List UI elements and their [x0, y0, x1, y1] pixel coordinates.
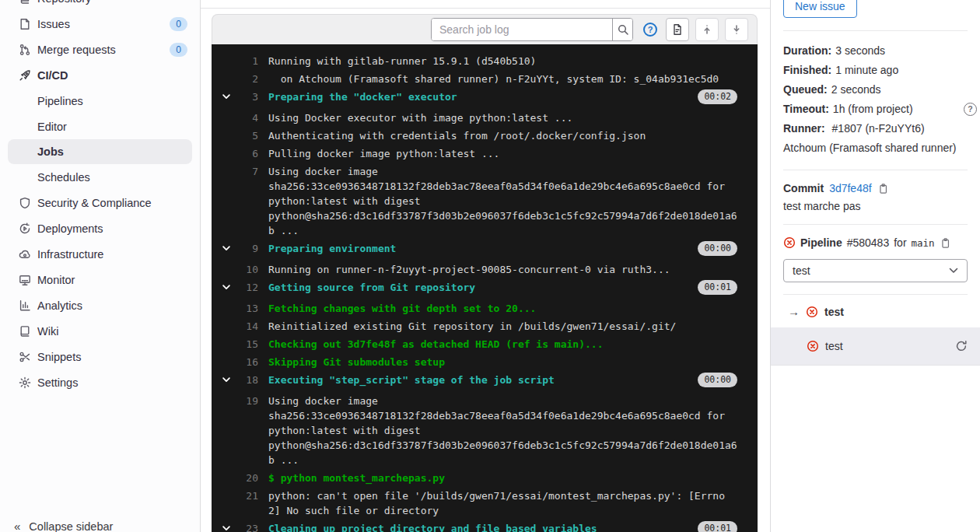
scroll-down-icon [730, 23, 743, 36]
log-line-number[interactable]: 1 [235, 54, 258, 68]
stage-dropdown-value: test [793, 264, 810, 277]
log-line: 19Using docker image sha256:33ce09363487… [221, 394, 737, 467]
sidebar-item-editor[interactable]: Editor [0, 114, 200, 139]
chevron-down-icon[interactable] [221, 241, 235, 256]
log-line-number[interactable]: 9 [235, 241, 258, 256]
log-line-number[interactable]: 10 [235, 262, 258, 277]
log-line: 13Fetching changes with git depth set to… [221, 301, 737, 316]
arrow-right-icon: → [788, 305, 800, 318]
chevron-down-icon[interactable] [221, 521, 235, 532]
log-line: 16Skipping Git submodules setup [221, 355, 737, 369]
log-line-number[interactable]: 15 [235, 337, 258, 352]
log-line-number[interactable]: 14 [235, 319, 258, 334]
collapse-sidebar-button[interactable]: « Collapse sidebar [0, 520, 200, 532]
issues-icon [19, 18, 31, 30]
sidebar-item-schedules[interactable]: Schedules [0, 164, 200, 190]
search-button[interactable] [612, 19, 632, 40]
chevron-spacer [221, 262, 235, 277]
job-log-search [431, 18, 633, 41]
sidebar-item-security-compliance[interactable]: Security & Compliance [0, 190, 200, 215]
timeout-label: Timeout: [783, 100, 829, 119]
log-line-text: on Atchoum (Framasoft shared runner) n-F… [268, 72, 737, 86]
log-line-text: Running with gitlab-runner 15.9.1 (d540b… [268, 54, 737, 68]
chevron-down-icon[interactable] [221, 373, 235, 387]
log-line-number[interactable]: 13 [235, 301, 258, 316]
sidebar-item-jobs[interactable]: Jobs [8, 139, 192, 164]
pipeline-ref[interactable]: main [912, 237, 935, 249]
log-line-number[interactable]: 3 [235, 89, 258, 104]
log-line-number[interactable]: 21 [235, 488, 258, 518]
log-line-number[interactable]: 7 [235, 164, 258, 238]
commit-sha-link[interactable]: 3d7fe48f [829, 182, 872, 194]
search-help-icon[interactable]: ? [643, 23, 657, 37]
new-issue-button[interactable]: New issue [783, 0, 857, 18]
timeout-row: Timeout: 1h (from project) ? [783, 100, 968, 119]
job-list-item-current[interactable]: test [771, 327, 980, 366]
sidebar-item-label: Issues [37, 18, 70, 30]
ci-cd-icon [19, 69, 31, 82]
scroll-to-bottom-button[interactable] [725, 18, 748, 41]
log-line-number[interactable]: 16 [235, 355, 258, 369]
log-line: 1Running with gitlab-runner 15.9.1 (d540… [221, 54, 737, 68]
log-line-text: Using docker image sha256:33ce0936348718… [268, 394, 737, 467]
timeout-value: 1h (from project) [833, 100, 913, 119]
chevron-spacer [221, 54, 235, 68]
copy-ref-button[interactable] [940, 237, 951, 249]
log-line-number[interactable]: 6 [235, 146, 258, 161]
sidebar-item-ci-cd[interactable]: CI/CD [0, 62, 200, 88]
log-line-number[interactable]: 20 [235, 471, 258, 485]
chevron-spacer [221, 128, 235, 143]
sidebar-item-merge-requests[interactable]: Merge requests0 [0, 37, 200, 62]
sidebar-item-analytics[interactable]: Analytics [0, 292, 200, 318]
sidebar-item-pipelines[interactable]: Pipelines [0, 88, 200, 114]
stage-dropdown[interactable]: test [783, 259, 968, 282]
sidebar-item-label: Merge requests [37, 44, 116, 56]
log-line: 5Authenticating with credentials from /r… [221, 128, 737, 143]
section-duration-badge: 00:00 [698, 241, 737, 256]
log-line-number[interactable]: 23 [235, 521, 258, 532]
show-raw-button[interactable] [666, 18, 689, 41]
search-input[interactable] [432, 19, 612, 40]
log-line-text: Executing "step_script" stage of the job… [268, 373, 690, 387]
copy-commit-sha-button[interactable] [877, 183, 889, 194]
chevron-down-icon[interactable] [221, 280, 235, 295]
commit-label: Commit [783, 182, 824, 194]
sidebar-item-issues[interactable]: Issues0 [0, 11, 200, 37]
sidebar-item-repository[interactable]: Repository [0, 0, 200, 11]
section-divider [783, 224, 968, 225]
runner-row: Runner: #1807 (n-F2uYYt6) Atchoum (Frama… [783, 119, 968, 158]
scroll-to-top-button[interactable] [695, 18, 719, 41]
log-line-number[interactable]: 2 [235, 72, 258, 86]
chevron-spacer [221, 488, 235, 518]
log-line: 4Using Docker executor with image python… [221, 110, 737, 125]
log-line-number[interactable]: 5 [235, 128, 258, 143]
chevron-down-icon[interactable] [221, 89, 235, 104]
commit-message: test marche pas [783, 200, 968, 212]
stage-group-row[interactable]: → test [783, 295, 968, 327]
chevron-spacer [221, 146, 235, 161]
log-section-row: 3Preparing the "docker" executor00:02 [221, 89, 737, 104]
sidebar-item-settings[interactable]: Settings [0, 369, 200, 395]
timeout-help-icon[interactable]: ? [964, 103, 977, 116]
log-section-row: 23Cleaning up project directory and file… [221, 521, 737, 532]
log-line-number[interactable]: 19 [235, 394, 258, 467]
log-line-number[interactable]: 18 [235, 373, 258, 387]
section-divider [783, 170, 968, 170]
duration-value: 3 seconds [835, 41, 885, 61]
sidebar-item-wiki[interactable]: Wiki [0, 318, 200, 344]
queued-value: 2 seconds [831, 80, 881, 100]
status-failed-icon [807, 340, 819, 352]
log-line-number[interactable]: 12 [235, 280, 258, 295]
sidebar-item-label: Deployments [37, 222, 103, 235]
sidebar-item-snippets[interactable]: Snippets [0, 344, 200, 369]
retry-job-button[interactable] [955, 340, 968, 352]
job-log-main: ? 1Running with gitlab-runner 15.9.1 (d5… [201, 0, 770, 532]
log-line-number[interactable]: 4 [235, 110, 258, 125]
log-line-text: Checking out 3d7fe48f as detached HEAD (… [268, 337, 737, 352]
chevron-spacer [221, 164, 235, 238]
pipeline-id-link[interactable]: #580483 [847, 236, 890, 249]
sidebar-item-infrastructure[interactable]: Infrastructure [0, 241, 200, 267]
sidebar-item-monitor[interactable]: Monitor [0, 267, 200, 292]
sidebar-item-label: Settings [37, 376, 78, 389]
sidebar-item-deployments[interactable]: Deployments [0, 215, 200, 241]
